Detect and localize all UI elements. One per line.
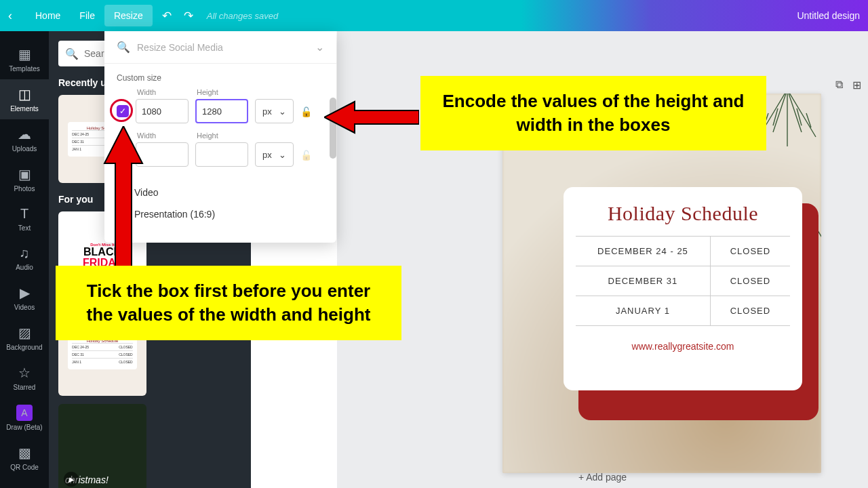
rail-qrcode[interactable]: ▩QR Code: [0, 438, 49, 478]
top-bar: ‹ Home File Resize ↶ ↷ All changes saved…: [0, 0, 868, 31]
unit-select[interactable]: px⌄: [255, 99, 294, 123]
annotation-callout: Encode the values of the height and widt…: [420, 76, 766, 150]
rail-templates[interactable]: ▦Templates: [0, 39, 49, 79]
height-input-2[interactable]: [195, 142, 248, 167]
rail-label: Audio: [16, 264, 33, 271]
width-label: Width: [137, 131, 189, 140]
annotation-arrow: [103, 126, 144, 268]
chevron-down-icon[interactable]: ⌄: [315, 41, 324, 54]
rail-audio[interactable]: ♫Audio: [0, 239, 49, 278]
card-title: Holiday Schedule: [608, 202, 758, 225]
bg-icon: ▨: [18, 325, 31, 341]
unit-label: px: [262, 150, 272, 160]
type-label: Presentation (16:9): [134, 209, 215, 220]
svg-marker-0: [324, 102, 419, 133]
date-cell: DECEMBER 24 - 25: [576, 237, 711, 266]
resize-menu[interactable]: Resize: [104, 5, 153, 26]
custom-size-checkbox[interactable]: ✓: [117, 105, 129, 117]
svg-marker-1: [104, 126, 142, 268]
lock-icon[interactable]: 🔓: [300, 106, 312, 117]
table-row: JANUARY 1CLOSED: [576, 296, 790, 326]
schedule-table: DECEMBER 24 - 25CLOSED DECEMBER 31CLOSED…: [576, 236, 790, 326]
draw-icon: A: [16, 405, 33, 421]
annotation-arrow: [324, 100, 419, 134]
rail-label: Uploads: [12, 145, 37, 152]
lock-icon[interactable]: 🔓: [300, 150, 312, 161]
audio-icon: ♫: [20, 245, 30, 261]
left-rail: ▦Templates ◫Elements ☁Uploads ▣Photos TT…: [0, 31, 49, 488]
star-icon: ☆: [18, 365, 31, 381]
rail-starred[interactable]: ☆Starred: [0, 358, 49, 398]
status-cell: CLOSED: [711, 296, 790, 325]
rail-elements[interactable]: ◫Elements: [0, 79, 49, 119]
rail-label: Draw (Beta): [6, 424, 42, 431]
rail-label: Photos: [14, 185, 35, 192]
rail-label: Starred: [14, 384, 36, 391]
rail-label: QR Code: [10, 464, 39, 471]
rail-label: Templates: [9, 65, 40, 73]
uploads-icon: ☁: [18, 126, 31, 142]
height-label: Height: [197, 88, 248, 96]
height-input[interactable]: [195, 99, 248, 123]
videos-icon: ▶: [20, 285, 30, 301]
resize-search-input[interactable]: [137, 42, 315, 53]
back-icon[interactable]: ‹: [8, 9, 22, 23]
rail-label: Videos: [14, 304, 35, 311]
search-icon: 🔍: [117, 41, 130, 54]
rail-draw[interactable]: ADraw (Beta): [0, 398, 49, 438]
save-status: All changes saved: [207, 11, 279, 21]
unit-select-2[interactable]: px⌄: [255, 142, 294, 167]
qr-icon: ▩: [18, 445, 31, 461]
unit-label: px: [262, 106, 272, 117]
templates-icon: ▦: [18, 46, 31, 62]
height-label: Height: [197, 131, 248, 140]
home-menu[interactable]: Home: [26, 5, 70, 26]
rail-background[interactable]: ▨Background: [0, 318, 49, 358]
date-cell: JANUARY 1: [576, 296, 711, 325]
date-cell: DECEMBER 31: [576, 266, 711, 296]
elements-icon: ◫: [18, 86, 31, 102]
template-thumb[interactable]: christmas!: [58, 404, 146, 488]
rail-photos[interactable]: ▣Photos: [0, 159, 49, 199]
rail-label: Text: [18, 224, 31, 232]
redo-icon[interactable]: ↷: [184, 9, 193, 23]
add-page-button[interactable]: + Add page: [570, 468, 635, 487]
rail-text[interactable]: TText: [0, 199, 49, 239]
website-url: www.reallygreatsite.com: [632, 341, 734, 352]
status-cell: CLOSED: [711, 237, 790, 266]
rail-videos[interactable]: ▶Videos: [0, 278, 49, 318]
file-menu[interactable]: File: [70, 5, 104, 26]
type-video[interactable]: Video: [117, 182, 324, 203]
status-cell: CLOSED: [711, 266, 790, 296]
custom-size-label: Custom size: [117, 73, 324, 83]
thumb-text: christmas!: [65, 474, 140, 485]
table-row: DECEMBER 31CLOSED: [576, 266, 790, 296]
annotation-callout: Tick the box first before you enter the …: [56, 266, 401, 340]
duplicate-page-icon[interactable]: ⧉: [835, 79, 843, 92]
type-presentation[interactable]: Presentation (16:9): [117, 203, 324, 225]
text-icon: T: [20, 206, 28, 222]
rail-uploads[interactable]: ☁Uploads: [0, 119, 49, 159]
rail-label: Elements: [10, 105, 39, 113]
search-icon: 🔍: [65, 47, 79, 60]
add-page-icon[interactable]: ⊞: [852, 79, 861, 92]
chevron-down-icon: ⌄: [279, 150, 286, 160]
width-input[interactable]: [136, 99, 189, 123]
design-title[interactable]: Untitled design: [797, 10, 860, 21]
chevron-down-icon: ⌄: [279, 106, 286, 117]
width-label: Width: [137, 88, 189, 96]
schedule-card: Holiday Schedule DECEMBER 24 - 25CLOSED …: [564, 187, 802, 390]
undo-icon[interactable]: ↶: [162, 9, 172, 23]
table-row: DECEMBER 24 - 25CLOSED: [576, 237, 790, 266]
photos-icon: ▣: [18, 166, 31, 182]
rail-label: Background: [6, 344, 42, 351]
